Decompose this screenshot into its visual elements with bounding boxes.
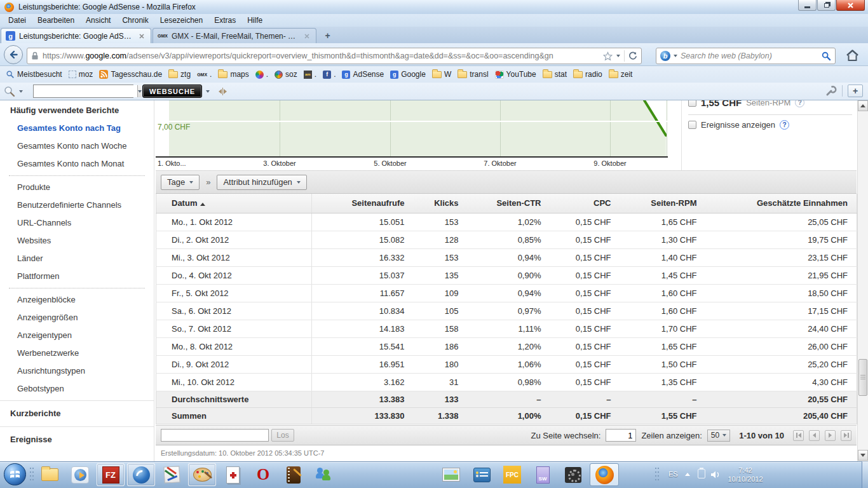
websuche-dropdown-icon[interactable] — [206, 90, 210, 93]
search-box[interactable]: b — [656, 48, 836, 64]
menu-lesezeichen[interactable]: Lesezeichen — [154, 15, 208, 26]
column-header-cpc[interactable]: CPC — [550, 194, 620, 213]
column-header-klicks[interactable]: Klicks — [414, 194, 468, 213]
url-dropdown-icon[interactable] — [616, 55, 620, 57]
sidebar-item-werbenetzwerke[interactable]: Werbenetzwerke — [0, 344, 154, 362]
taskbar-button-pdf-tool[interactable] — [219, 463, 247, 486]
goto-page-input[interactable] — [606, 429, 636, 442]
reload-icon[interactable] — [628, 51, 637, 60]
previous-page-button[interactable] — [809, 430, 820, 441]
bookmark-zeit[interactable]: zeit — [606, 68, 636, 81]
toolbar-search-icon[interactable] — [4, 86, 15, 97]
scroll-down-button[interactable] — [858, 450, 868, 461]
sidebar-item-benutzerdefinierte-channels[interactable]: Benutzerdefinierte Channels — [0, 196, 154, 214]
toolbar-splitter-handle[interactable] — [219, 88, 227, 95]
bookmark-star-icon[interactable] — [603, 51, 613, 61]
wrench-icon[interactable] — [825, 85, 837, 97]
bookmark-stat[interactable]: stat — [539, 68, 570, 81]
sidebar-item-url-channels[interactable]: URL-Channels — [0, 214, 154, 232]
tab-close-icon[interactable] — [302, 32, 311, 41]
search-input[interactable] — [681, 51, 818, 60]
scrollbar-thumb[interactable] — [858, 359, 867, 396]
events-checkbox[interactable] — [688, 121, 696, 129]
menu-hilfe[interactable]: Hilfe — [241, 15, 268, 26]
tab-gmx[interactable]: GMX GMX - E-Mail, FreeMail, Themen- & ..… — [153, 28, 316, 43]
search-engine-dropdown-icon[interactable] — [674, 55, 677, 57]
add-attribute-button[interactable]: Attribut hinzufügen — [217, 175, 306, 190]
bookmark-maps[interactable]: maps — [215, 68, 252, 81]
column-header-seitenaufrufe[interactable]: Seitenaufrufe — [312, 194, 414, 213]
sidebar-item-anzeigentypen[interactable]: Anzeigentypen — [0, 327, 154, 344]
sidebar-item-anzeigenbloecke[interactable]: Anzeigenblöcke — [0, 291, 154, 309]
column-header-einnahmen[interactable]: Geschätzte Einnahmen — [706, 194, 857, 213]
sidebar-section-ereignisse[interactable]: Ereignisse — [0, 430, 154, 450]
bookmark-google[interactable]: gGoogle — [387, 68, 429, 81]
bookmark-dot1[interactable]: . — [252, 68, 271, 81]
bookmark-transl[interactable]: transl — [454, 68, 491, 81]
taskbar-button-image-viewer[interactable] — [437, 463, 465, 486]
babylon-icon[interactable]: b — [660, 51, 670, 61]
menu-ansicht[interactable]: Ansicht — [80, 15, 116, 26]
sidebar-item-anzeigengroessen[interactable]: Anzeigengrößen — [0, 309, 154, 327]
sidebar-item-produkte[interactable]: Produkte — [0, 179, 154, 196]
home-icon[interactable] — [846, 50, 859, 62]
add-toolbar-button[interactable]: + — [848, 85, 863, 97]
taskbar-button-explorer[interactable] — [36, 463, 64, 486]
taskbar-button-fpc[interactable]: FPC — [498, 463, 526, 486]
sidebar-item-laender[interactable]: Länder — [0, 250, 154, 268]
column-header-datum[interactable]: Datum — [156, 194, 312, 213]
bookmark-ztg[interactable]: ztg — [165, 68, 194, 81]
menu-extras[interactable]: Extras — [208, 15, 241, 26]
menu-bearbeiten[interactable]: Bearbeiten — [32, 15, 80, 26]
websearch-combo[interactable] — [33, 85, 133, 98]
go-button[interactable]: Los — [271, 429, 294, 442]
sidebar-item-ausrichtungstypen[interactable]: Ausrichtungstypen — [0, 362, 154, 380]
group-by-button[interactable]: Tage — [161, 175, 200, 190]
sidebar-item-websites[interactable]: Websites — [0, 232, 154, 250]
bookmark-facebook[interactable]: f. — [320, 68, 339, 81]
combo-dropdown-button[interactable] — [137, 85, 142, 97]
bookmark-soz[interactable]: soz — [271, 68, 301, 81]
taskbar-button-paint[interactable] — [188, 463, 216, 486]
bookmark-meistbesucht[interactable]: Meistbesucht — [3, 68, 65, 81]
bookmark-moz[interactable]: moz — [65, 68, 97, 81]
websearch-input[interactable] — [34, 85, 137, 97]
search-icon[interactable] — [822, 51, 831, 61]
taskbar-button-film-tool[interactable] — [280, 463, 308, 486]
taskbar-button-office-tools[interactable] — [158, 463, 186, 486]
tab-close-icon[interactable] — [137, 32, 146, 41]
taskbar-grip[interactable] — [29, 466, 34, 483]
tray-volume-icon[interactable] — [710, 470, 721, 479]
bookmark-gmx[interactable]: GMX. — [194, 68, 215, 81]
menu-datei[interactable]: Datei — [3, 15, 32, 26]
column-header-seiten-rpm[interactable]: Seiten-RPM — [620, 194, 706, 213]
last-page-button[interactable] — [841, 430, 851, 441]
close-button[interactable] — [836, 0, 865, 11]
taskbar-button-opera[interactable]: O — [249, 463, 277, 486]
column-header-seiten-ctr[interactable]: Seiten-CTR — [468, 194, 550, 213]
sidebar-item-plattformen[interactable]: Plattformen — [0, 268, 154, 285]
sidebar-item-konto-woche[interactable]: Gesamtes Konto nach Woche — [0, 137, 154, 155]
taskbar-button-movie-tool[interactable] — [559, 463, 587, 486]
bookmark-youtube[interactable]: YouTube — [492, 68, 539, 81]
taskbar-button-blue-app[interactable] — [127, 463, 155, 486]
rows-per-page-select[interactable]: 50 — [707, 430, 730, 442]
websuche-button[interactable]: WEBSUCHE — [142, 85, 202, 98]
tray-clock[interactable]: 7:42 10/10/2012 — [723, 466, 768, 484]
scroll-up-button[interactable] — [858, 100, 868, 111]
sidebar-item-konto-monat[interactable]: Gesamtes Konto nach Monat — [0, 155, 154, 173]
menu-chronik[interactable]: Chronik — [116, 15, 154, 26]
help-icon[interactable]: ? — [780, 120, 789, 130]
tab-adsense[interactable]: g Leistungsberichte: Google AdSense — [1, 28, 151, 43]
taskbar-button-filezilla[interactable]: FZ — [97, 463, 125, 486]
sidebar-section-kurzberichte[interactable]: Kurzberichte — [0, 403, 154, 424]
tray-clipboard-icon[interactable] — [698, 469, 705, 478]
taskbar-button-control-panel[interactable] — [468, 463, 496, 486]
restore-button[interactable] — [817, 0, 836, 11]
taskbar-button-messenger[interactable] — [310, 463, 338, 486]
tray-show-hidden-icon[interactable] — [685, 473, 690, 476]
url-bar[interactable]: https://www.google.com/adsense/v3/app#vi… — [27, 48, 642, 64]
back-button[interactable] — [4, 45, 23, 64]
minimize-button[interactable] — [798, 0, 817, 11]
bookmark-dot2[interactable]: am. — [301, 68, 320, 81]
